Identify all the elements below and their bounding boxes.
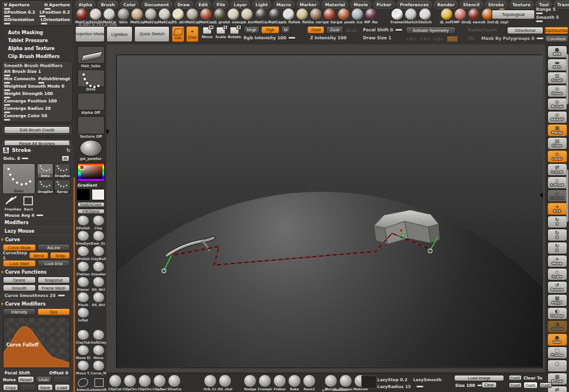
right-scrollbar[interactable] (566, 54, 568, 104)
brush-thumb[interactable]: DS_Wri (91, 277, 106, 292)
brush-thumb[interactable]: Curve_M (91, 361, 106, 376)
material-swatch[interactable]: al_ozsu (226, 9, 240, 24)
topological-button[interactable]: Topological (492, 10, 535, 19)
shelf-button[interactable]: ○ (547, 360, 567, 372)
material-swatch[interactable]: MatCap (254, 9, 267, 24)
lightbox-button[interactable]: LightBox (106, 26, 133, 42)
material-swatch[interactable]: MatCap (185, 9, 199, 24)
texture-thumb[interactable] (77, 116, 105, 134)
brush-thumb[interactable]: ClayBuil (91, 246, 106, 262)
material-swatch[interactable]: dj_grubl (213, 9, 226, 24)
lock-start-button[interactable]: Lock Start (3, 260, 36, 267)
brush-thumb[interactable]: Pinch (76, 292, 91, 308)
clear-button[interactable]: Clear (481, 382, 497, 388)
brush-thumb[interactable]: Standar (91, 262, 106, 277)
panel-expand-arrow[interactable] (106, 129, 110, 134)
left-link[interactable]: Tablet Pressure (0, 36, 74, 44)
record-button[interactable]: R (61, 155, 69, 162)
material-swatch[interactable]: sk_ice_ (351, 9, 364, 24)
brush-thumb[interactable]: Deco1 (302, 374, 316, 391)
material-swatch[interactable]: MP_Gra (453, 9, 467, 24)
brush-thumb[interactable]: ClipRect (152, 374, 167, 391)
brush-thumb[interactable]: Move (91, 345, 106, 361)
delete-button[interactable]: Delete (3, 277, 36, 283)
section-curve[interactable]: Curve (0, 235, 73, 244)
brush-thumb[interactable]: Move El (76, 345, 91, 361)
zsub-button[interactable]: Zsub (326, 26, 343, 34)
section-lazy-mouse[interactable]: Lazy Mouse (0, 226, 73, 235)
menu-item[interactable]: Draw (174, 1, 193, 9)
menu-item[interactable]: Edit (195, 1, 212, 9)
menu-item[interactable]: Light (252, 1, 271, 9)
select-rect-brush[interactable]: SelectRe (93, 378, 105, 392)
paste-button[interactable] (20, 384, 35, 391)
switch-color-button[interactable]: SwitchColor (77, 202, 105, 207)
shelf-button[interactable]: ↻ Y (547, 216, 567, 228)
brush-thumb[interactable]: DS_Wri (91, 292, 106, 308)
material-swatch[interactable]: gw_har (323, 9, 336, 24)
fill-object-button[interactable]: FillObject (77, 209, 105, 214)
tray-scrollbar[interactable] (332, 389, 347, 391)
menu-item[interactable]: Stencil (460, 1, 483, 9)
shelf-button[interactable]: ◇ C.Pivot (547, 189, 567, 202)
zadd-button[interactable]: Zadd (307, 26, 324, 34)
menu-item[interactable]: Brush (97, 1, 118, 9)
lazy-smooth-slider[interactable]: LazySmooth (413, 377, 442, 382)
radial-r-button[interactable]: (R) (468, 36, 475, 41)
edit-button[interactable]: Edit (172, 26, 184, 42)
shelf-button[interactable]: ▦ Persp (547, 124, 567, 137)
menu-item[interactable]: Color (120, 1, 139, 9)
slider-row[interactable]: Min ConnectsPolishStrengt (4, 76, 70, 84)
size-button[interactable]: Size (38, 308, 71, 315)
zcut-button[interactable]: Zcut (346, 28, 357, 33)
select-lasso-brush[interactable]: SelectLa (77, 378, 89, 392)
material-swatch[interactable]: eb_fish (295, 9, 309, 24)
brush-thumb[interactable]: Planar (76, 277, 91, 292)
menu-item[interactable]: Layer (230, 1, 250, 9)
shelf-button[interactable]: ◐ Transp (547, 307, 567, 320)
reset-button[interactable]: Reset! (18, 376, 34, 383)
material-swatch[interactable]: Skin (117, 9, 130, 24)
material-swatch[interactable]: bs_vert (309, 9, 323, 24)
sym-z-button[interactable]: >Z< (433, 36, 443, 42)
brush-thumb[interactable]: ClayTub (76, 330, 91, 345)
shelf-button[interactable]: ◎ AAHalf (547, 111, 567, 123)
brush-thumb[interactable]: Rake (287, 374, 302, 391)
smooth-slider[interactable]: Smooth 5 (536, 15, 559, 22)
brush-thumb[interactable]: Flakes (273, 374, 287, 391)
scale-button[interactable]: S Scale (215, 27, 227, 39)
brush-thumb[interactable]: Clay (91, 216, 106, 231)
brush-thumb[interactable]: Nudge (243, 374, 257, 391)
z-intensity-slider[interactable]: Z Intensity 100 (310, 35, 347, 40)
curve-smoothness-slider[interactable]: Curve Smoothness 20 (0, 292, 73, 299)
menu-item[interactable]: Movie (350, 1, 371, 9)
menu-item[interactable]: Transform (554, 1, 569, 9)
menu-item[interactable]: Material (321, 1, 348, 9)
quick-sketch-button[interactable]: Quick Sketch (134, 26, 170, 42)
redo-button[interactable] (53, 376, 70, 383)
material-swatch[interactable]: dj_soft (440, 9, 453, 24)
tray-scroll-arrows[interactable]: ▲▼ (322, 388, 328, 391)
lazy-radius-slider[interactable]: LazyRadius 15 (377, 384, 411, 389)
section-curve-functions[interactable]: Curve Functions (0, 267, 73, 276)
draw-size-slider[interactable]: Draw Size 1 (363, 35, 391, 40)
smooth-button[interactable]: Smooth (3, 284, 36, 291)
m-button[interactable]: M (281, 26, 290, 34)
stroke-thumb[interactable]: DragDot (37, 179, 53, 194)
shelf-button[interactable]: □ Frame (547, 346, 567, 359)
right-scrollbar[interactable] (566, 170, 568, 222)
lazy-step-slider[interactable]: LazyStep 0.2 (377, 377, 407, 382)
material-swatch[interactable]: MatCap (144, 9, 158, 24)
brush-thumb[interactable]: hPolish (76, 216, 91, 231)
falloff-focal-shift-slider[interactable]: Focal Shift (5, 370, 30, 376)
focal-shift-slider[interactable]: Focal Shift 0 (363, 27, 402, 32)
stroke-thumb[interactable]: Spray (54, 179, 71, 194)
brush-thumb[interactable]: Flatten (76, 262, 91, 277)
current-material-thumb[interactable] (80, 140, 102, 157)
shelf-button[interactable]: ▬ SPix (547, 59, 567, 71)
material-swatch[interactable]: SketchG (404, 9, 418, 24)
as-line-button[interactable]: AsLine (38, 244, 71, 251)
menu-item[interactable]: Render (434, 1, 457, 9)
stroke-thumb[interactable]: DragRec (54, 163, 71, 178)
slider-row[interactable]: Alt Brush Size 1 (4, 69, 70, 76)
